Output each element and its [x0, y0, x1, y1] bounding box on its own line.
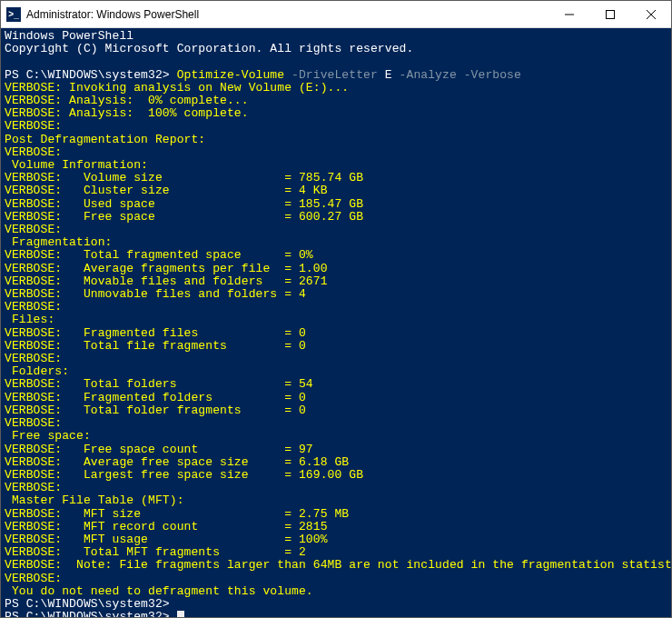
verbose-line: Volume Information:	[5, 159, 667, 172]
verbose-line: VERBOSE: MFT record count = 2815	[5, 521, 667, 533]
verbose-line: VERBOSE: MFT size = 2.75 MB	[5, 508, 667, 521]
svg-rect-1	[606, 10, 614, 18]
close-button[interactable]	[630, 1, 671, 27]
verbose-line: VERBOSE: Fragmented files = 0	[5, 327, 667, 340]
verbose-line: You do not need to defragment this volum…	[5, 585, 667, 598]
verbose-line: VERBOSE: Total file fragments = 0	[5, 340, 667, 353]
window-title: Administrator: Windows PowerShell	[26, 8, 548, 21]
verbose-line: VERBOSE: Analysis: 0% complete...	[5, 95, 667, 107]
cmdlet-name: Optimize-Volume	[177, 68, 292, 82]
verbose-line: VERBOSE: Note: File fragments larger tha…	[5, 559, 667, 572]
arg-driveletter: E	[385, 68, 400, 82]
verbose-line: VERBOSE:	[5, 482, 667, 494]
blank-line	[5, 55, 667, 68]
verbose-line: VERBOSE: Movable files and folders = 267…	[5, 275, 667, 288]
verbose-line: Free space:	[5, 430, 667, 443]
verbose-line: VERBOSE: Analysis: 100% complete.	[5, 107, 667, 120]
verbose-line: Folders:	[5, 365, 667, 378]
verbose-line: VERBOSE: Total folder fragments = 0	[5, 404, 667, 417]
verbose-line: VERBOSE: Average fragments per file = 1.…	[5, 263, 667, 275]
cursor	[177, 611, 184, 617]
param-driveletter: -DriveLetter	[292, 68, 385, 82]
minimize-icon	[565, 10, 574, 19]
prompt-path: PS C:\WINDOWS\system32>	[5, 68, 177, 82]
verbose-line: Fragmentation:	[5, 236, 667, 249]
header-line: Windows PowerShell	[5, 30, 667, 43]
verbose-line: VERBOSE:	[5, 120, 667, 133]
titlebar[interactable]: >_ Administrator: Windows PowerShell	[1, 1, 671, 28]
verbose-line: VERBOSE: Free space count = 97	[5, 444, 667, 456]
verbose-line: VERBOSE: Volume size = 785.74 GB	[5, 172, 667, 184]
prompt-text: PS C:\WINDOWS\system32>	[5, 610, 177, 617]
copyright-line: Copyright (C) Microsoft Corporation. All…	[5, 43, 667, 55]
verbose-line: VERBOSE:	[5, 301, 667, 314]
verbose-line: VERBOSE: Used space = 185.47 GB	[5, 198, 667, 211]
verbose-line: VERBOSE:	[5, 353, 667, 365]
prompt-line-3: PS C:\WINDOWS\system32>	[5, 611, 667, 617]
powershell-icon: >_	[6, 7, 21, 22]
console-area[interactable]: Windows PowerShellCopyright (C) Microsof…	[1, 28, 671, 617]
verbose-line: VERBOSE: Largest free space size = 169.0…	[5, 469, 667, 482]
prompt-line-2: PS C:\WINDOWS\system32>	[5, 598, 667, 611]
verbose-line: VERBOSE:	[5, 146, 667, 159]
verbose-line: Master File Table (MFT):	[5, 494, 667, 507]
output-block: VERBOSE: Invoking analysis on New Volume…	[5, 82, 667, 598]
verbose-line: VERBOSE:	[5, 417, 667, 430]
minimize-button[interactable]	[548, 1, 589, 27]
maximize-icon	[606, 10, 615, 19]
verbose-line: VERBOSE: Cluster size = 4 KB	[5, 184, 667, 197]
window-controls	[548, 1, 671, 27]
verbose-line: VERBOSE: Total MFT fragments = 2	[5, 546, 667, 559]
verbose-line: VERBOSE:	[5, 224, 667, 236]
maximize-button[interactable]	[589, 1, 630, 27]
verbose-line: VERBOSE: Average free space size = 6.18 …	[5, 456, 667, 469]
verbose-line: VERBOSE: Total fragmented space = 0%	[5, 249, 667, 262]
verbose-line: Post Defragmentation Report:	[5, 134, 667, 146]
verbose-line: Files:	[5, 314, 667, 326]
verbose-line: VERBOSE: Total folders = 54	[5, 378, 667, 391]
close-icon	[647, 10, 656, 19]
verbose-line: VERBOSE: Fragmented folders = 0	[5, 392, 667, 404]
verbose-line: VERBOSE: Invoking analysis on New Volume…	[5, 82, 667, 95]
command-line: PS C:\WINDOWS\system32> Optimize-Volume …	[5, 69, 667, 82]
verbose-line: VERBOSE:	[5, 573, 667, 585]
verbose-line: VERBOSE: Unmovable files and folders = 4	[5, 288, 667, 301]
param-rest: -Analyze -Verbose	[400, 68, 521, 82]
verbose-line: VERBOSE: Free space = 600.27 GB	[5, 211, 667, 224]
powershell-window: >_ Administrator: Windows PowerShell Win…	[0, 0, 672, 618]
verbose-line: VERBOSE: MFT usage = 100%	[5, 533, 667, 546]
